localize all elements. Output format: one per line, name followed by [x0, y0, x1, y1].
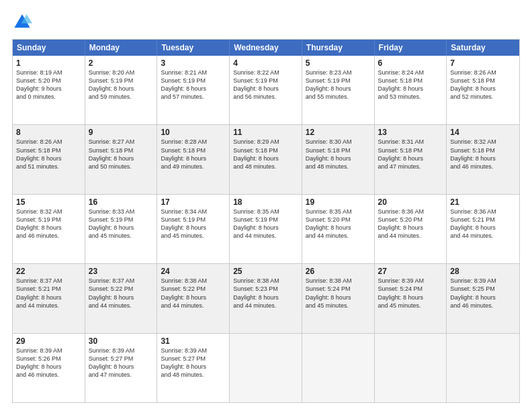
cal-cell-20: 20Sunrise: 8:36 AMSunset: 5:20 PMDayligh… [375, 195, 447, 263]
cal-cell-7: 7Sunrise: 8:26 AMSunset: 5:18 PMDaylight… [447, 56, 519, 124]
day-number: 6 [378, 58, 443, 68]
cell-info: Sunrise: 8:38 AMSunset: 5:22 PMDaylight:… [161, 277, 226, 310]
cell-info: Sunrise: 8:39 AMSunset: 5:27 PMDaylight:… [161, 347, 226, 379]
header [12, 12, 520, 32]
day-number: 24 [161, 267, 226, 276]
cell-info: Sunrise: 8:39 AMSunset: 5:26 PMDaylight:… [16, 347, 81, 379]
cal-cell-18: 18Sunrise: 8:35 AMSunset: 5:19 PMDayligh… [230, 195, 302, 263]
header-day-monday: Monday [85, 40, 158, 56]
cell-info: Sunrise: 8:38 AMSunset: 5:24 PMDaylight:… [306, 277, 371, 310]
day-number: 16 [89, 197, 154, 207]
cal-cell-23: 23Sunrise: 8:37 AMSunset: 5:22 PMDayligh… [85, 264, 158, 332]
cal-cell-29: 29Sunrise: 8:39 AMSunset: 5:26 PMDayligh… [13, 334, 85, 402]
cell-info: Sunrise: 8:32 AMSunset: 5:19 PMDaylight:… [16, 208, 81, 240]
cal-cell-19: 19Sunrise: 8:35 AMSunset: 5:20 PMDayligh… [302, 195, 375, 263]
cell-info: Sunrise: 8:35 AMSunset: 5:19 PMDaylight:… [233, 208, 298, 240]
header-day-thursday: Thursday [302, 40, 375, 56]
logo-icon [12, 12, 32, 32]
cal-cell-empty [447, 334, 519, 402]
cal-cell-9: 9Sunrise: 8:27 AMSunset: 5:18 PMDaylight… [85, 125, 158, 193]
day-number: 31 [161, 336, 226, 346]
day-number: 20 [378, 197, 443, 207]
cal-week-2: 15Sunrise: 8:32 AMSunset: 5:19 PMDayligh… [13, 194, 519, 263]
cell-info: Sunrise: 8:27 AMSunset: 5:18 PMDaylight:… [89, 138, 154, 171]
day-number: 29 [16, 336, 81, 346]
cal-cell-28: 28Sunrise: 8:39 AMSunset: 5:25 PMDayligh… [447, 264, 519, 332]
day-number: 7 [450, 58, 516, 68]
cell-info: Sunrise: 8:32 AMSunset: 5:18 PMDaylight:… [450, 138, 516, 171]
cell-info: Sunrise: 8:23 AMSunset: 5:19 PMDaylight:… [306, 68, 371, 101]
cell-info: Sunrise: 8:24 AMSunset: 5:18 PMDaylight:… [378, 68, 443, 101]
cal-cell-empty [230, 334, 302, 402]
cal-cell-25: 25Sunrise: 8:38 AMSunset: 5:23 PMDayligh… [230, 264, 302, 332]
day-number: 2 [89, 58, 154, 68]
header-day-wednesday: Wednesday [230, 40, 302, 56]
day-number: 14 [450, 128, 516, 137]
cell-info: Sunrise: 8:34 AMSunset: 5:19 PMDaylight:… [161, 208, 226, 240]
cal-cell-10: 10Sunrise: 8:28 AMSunset: 5:18 PMDayligh… [157, 125, 230, 193]
cal-cell-30: 30Sunrise: 8:39 AMSunset: 5:27 PMDayligh… [85, 334, 158, 402]
day-number: 22 [16, 267, 81, 276]
cal-cell-4: 4Sunrise: 8:22 AMSunset: 5:19 PMDaylight… [230, 56, 302, 124]
cal-cell-12: 12Sunrise: 8:30 AMSunset: 5:18 PMDayligh… [302, 125, 375, 193]
cal-cell-17: 17Sunrise: 8:34 AMSunset: 5:19 PMDayligh… [157, 195, 230, 263]
cal-week-4: 29Sunrise: 8:39 AMSunset: 5:26 PMDayligh… [13, 333, 519, 402]
logo [12, 12, 35, 32]
day-number: 30 [89, 336, 154, 346]
day-number: 9 [89, 128, 154, 137]
cell-info: Sunrise: 8:33 AMSunset: 5:19 PMDaylight:… [89, 208, 154, 240]
day-number: 21 [450, 197, 516, 207]
header-day-sunday: Sunday [13, 40, 85, 56]
cell-info: Sunrise: 8:36 AMSunset: 5:20 PMDaylight:… [378, 208, 443, 240]
day-number: 8 [16, 128, 81, 137]
day-number: 27 [378, 267, 443, 276]
cell-info: Sunrise: 8:21 AMSunset: 5:19 PMDaylight:… [161, 68, 226, 101]
cell-info: Sunrise: 8:26 AMSunset: 5:18 PMDaylight:… [450, 68, 516, 101]
page: SundayMondayTuesdayWednesdayThursdayFrid… [0, 0, 532, 411]
day-number: 26 [306, 267, 371, 276]
cell-info: Sunrise: 8:19 AMSunset: 5:20 PMDaylight:… [16, 68, 81, 101]
cell-info: Sunrise: 8:37 AMSunset: 5:22 PMDaylight:… [89, 277, 154, 310]
cal-cell-16: 16Sunrise: 8:33 AMSunset: 5:19 PMDayligh… [85, 195, 158, 263]
cal-week-3: 22Sunrise: 8:37 AMSunset: 5:21 PMDayligh… [13, 263, 519, 332]
cell-info: Sunrise: 8:22 AMSunset: 5:19 PMDaylight:… [233, 68, 298, 101]
cal-cell-11: 11Sunrise: 8:29 AMSunset: 5:18 PMDayligh… [230, 125, 302, 193]
day-number: 18 [233, 197, 298, 207]
cal-cell-24: 24Sunrise: 8:38 AMSunset: 5:22 PMDayligh… [157, 264, 230, 332]
cell-info: Sunrise: 8:39 AMSunset: 5:24 PMDaylight:… [378, 277, 443, 310]
cal-cell-14: 14Sunrise: 8:32 AMSunset: 5:18 PMDayligh… [447, 125, 519, 193]
day-number: 11 [233, 128, 298, 137]
cell-info: Sunrise: 8:26 AMSunset: 5:18 PMDaylight:… [16, 138, 81, 171]
cell-info: Sunrise: 8:38 AMSunset: 5:23 PMDaylight:… [233, 277, 298, 310]
day-number: 25 [233, 267, 298, 276]
cal-week-1: 8Sunrise: 8:26 AMSunset: 5:18 PMDaylight… [13, 124, 519, 193]
cell-info: Sunrise: 8:39 AMSunset: 5:27 PMDaylight:… [89, 347, 154, 379]
cell-info: Sunrise: 8:37 AMSunset: 5:21 PMDaylight:… [16, 277, 81, 310]
calendar: SundayMondayTuesdayWednesdayThursdayFrid… [12, 39, 520, 403]
cell-info: Sunrise: 8:29 AMSunset: 5:18 PMDaylight:… [233, 138, 298, 171]
day-number: 19 [306, 197, 371, 207]
cell-info: Sunrise: 8:28 AMSunset: 5:18 PMDaylight:… [161, 138, 226, 171]
day-number: 12 [306, 128, 371, 137]
day-number: 1 [16, 58, 81, 68]
cal-cell-15: 15Sunrise: 8:32 AMSunset: 5:19 PMDayligh… [13, 195, 85, 263]
day-number: 13 [378, 128, 443, 137]
cal-cell-3: 3Sunrise: 8:21 AMSunset: 5:19 PMDaylight… [157, 56, 230, 124]
header-day-tuesday: Tuesday [157, 40, 230, 56]
day-number: 10 [161, 128, 226, 137]
day-number: 23 [89, 267, 154, 276]
header-day-saturday: Saturday [447, 40, 519, 56]
cal-cell-27: 27Sunrise: 8:39 AMSunset: 5:24 PMDayligh… [375, 264, 447, 332]
cal-cell-1: 1Sunrise: 8:19 AMSunset: 5:20 PMDaylight… [13, 56, 85, 124]
calendar-body: 1Sunrise: 8:19 AMSunset: 5:20 PMDaylight… [13, 56, 519, 402]
cell-info: Sunrise: 8:35 AMSunset: 5:20 PMDaylight:… [306, 208, 371, 240]
cal-cell-22: 22Sunrise: 8:37 AMSunset: 5:21 PMDayligh… [13, 264, 85, 332]
day-number: 3 [161, 58, 226, 68]
cal-cell-8: 8Sunrise: 8:26 AMSunset: 5:18 PMDaylight… [13, 125, 85, 193]
cal-cell-empty [375, 334, 447, 402]
header-day-friday: Friday [375, 40, 447, 56]
day-number: 4 [233, 58, 298, 68]
cal-cell-2: 2Sunrise: 8:20 AMSunset: 5:19 PMDaylight… [85, 56, 158, 124]
cal-cell-13: 13Sunrise: 8:31 AMSunset: 5:18 PMDayligh… [375, 125, 447, 193]
cal-week-0: 1Sunrise: 8:19 AMSunset: 5:20 PMDaylight… [13, 56, 519, 124]
